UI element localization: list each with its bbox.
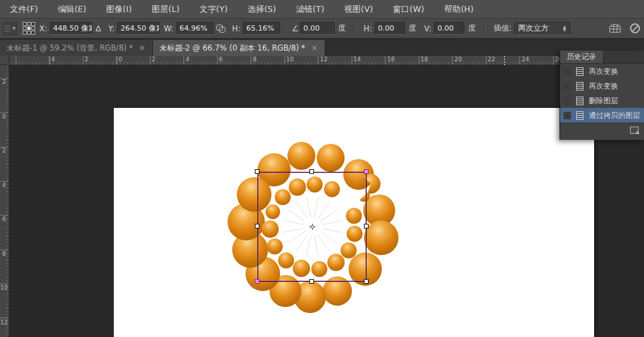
ruler-number: 8 [253, 57, 257, 63]
x-label: X: [39, 24, 47, 33]
reference-point-locator[interactable] [23, 22, 35, 35]
ref-dot[interactable] [23, 31, 27, 35]
stepper-arrows-icon: ▲▼ [563, 25, 566, 31]
ref-dot[interactable] [23, 27, 27, 31]
menu-item[interactable]: 文件(F) [0, 0, 48, 19]
rotation-input[interactable]: 0.00 [300, 22, 335, 35]
transform-handle[interactable] [255, 169, 259, 174]
v-skew-input[interactable]: 0.00 [434, 22, 464, 35]
history-panel-footer [560, 123, 644, 137]
interpolation-value: 两次立方 [518, 23, 558, 33]
ruler-number: 8 [0, 251, 8, 256]
ruler-number: 2 [0, 79, 8, 85]
ruler-number: 4 [0, 182, 8, 188]
ref-dot[interactable] [31, 27, 35, 31]
transform-handle[interactable] [309, 169, 314, 174]
menu-item[interactable]: 视图(V) [334, 0, 383, 19]
tool-preset-icon [4, 25, 11, 32]
ruler-number: 22 [488, 57, 495, 63]
menu-item[interactable]: 文字(Y) [190, 0, 238, 19]
width-label: W: [164, 24, 174, 33]
history-panel-tab[interactable]: 历史记录 [560, 51, 603, 63]
history-state-row[interactable]: 删除图层 [560, 93, 644, 108]
ruler-position-indicator [504, 56, 505, 65]
transform-handle[interactable] [255, 279, 259, 284]
y-position-input[interactable]: 264.50 像素 [117, 22, 160, 35]
menu-item[interactable]: 帮助(H) [434, 0, 484, 19]
history-list: 再次变换再次变换删除图层通过拷贝的图层 [560, 64, 644, 123]
ref-dot[interactable] [27, 31, 31, 35]
history-source-checkbox[interactable] [564, 97, 571, 105]
menu-item[interactable]: 选择(S) [238, 0, 286, 19]
ruler-number: 2 [0, 148, 8, 153]
h-skew-input[interactable]: 0.00 [375, 22, 405, 35]
warp-mode-toggle-icon[interactable] [609, 24, 621, 33]
ruler-number: 18 [420, 57, 428, 63]
history-state-row[interactable]: 再次变换 [560, 79, 644, 93]
horizontal-ruler[interactable]: 4202468101214161820222426 [9, 56, 644, 65]
ruler-number: 2 [152, 57, 156, 63]
ruler-corner[interactable] [0, 56, 9, 65]
h-skew-label: H: [364, 24, 373, 33]
cancel-transform-icon[interactable] [630, 23, 640, 33]
vertical-ruler[interactable]: 2024681012 [0, 65, 9, 337]
ref-dot[interactable] [31, 31, 35, 35]
v-skew-unit: 度 [468, 23, 476, 33]
history-state-row[interactable]: 通过拷贝的图层 [560, 108, 644, 123]
ruler-number: 4 [51, 57, 55, 63]
menu-item[interactable]: 图层(L) [142, 0, 190, 19]
ruler-number: 24 [522, 57, 529, 63]
transform-handle[interactable] [255, 224, 259, 228]
transform-handle[interactable] [364, 169, 369, 174]
ref-dot[interactable] [23, 22, 27, 26]
history-state-label: 再次变换 [589, 67, 618, 77]
ruler-number: 4 [186, 57, 190, 63]
separator [285, 21, 285, 36]
ruler-number: 16 [387, 57, 395, 63]
interpolation-label: 插值: [494, 23, 512, 33]
transform-options-bar: ▼ X: 448.50 像素 ∆ Y: 264.50 像素 W: 64.96% … [0, 19, 644, 39]
relative-positioning-toggle[interactable]: ∆ [94, 24, 103, 33]
document-tab[interactable]: 未标题-1 @ 59.2% (背景, RGB/8) *× [0, 40, 153, 56]
separator [355, 21, 355, 36]
transform-center-point[interactable] [309, 224, 315, 230]
outer-sphere [364, 220, 399, 255]
history-source-checkbox[interactable] [564, 112, 571, 119]
menu-item[interactable]: 滤镜(T) [286, 0, 334, 19]
tab-label: 未标题-1 @ 59.2% (背景, RGB/8) * [7, 43, 133, 53]
x-position-input[interactable]: 448.50 像素 [50, 22, 92, 35]
tool-preset-picker[interactable]: ▼ [3, 22, 17, 35]
menu-item[interactable]: 编辑(E) [48, 0, 96, 19]
tab-close-icon[interactable]: × [139, 43, 146, 53]
maintain-aspect-ratio-icon[interactable] [216, 25, 226, 33]
ruler-number: 12 [0, 320, 8, 325]
menu-item[interactable]: 图像(I) [96, 0, 142, 19]
history-state-icon [576, 67, 583, 76]
history-panel-header: 历史记录 [560, 51, 644, 64]
ruler-number: 12 [320, 57, 327, 63]
history-source-checkbox[interactable] [564, 83, 571, 90]
history-state-icon [576, 111, 583, 120]
interpolation-dropdown[interactable]: 两次立方 ▲▼ [514, 22, 570, 35]
transform-handle[interactable] [309, 279, 314, 284]
transform-handle[interactable] [364, 224, 369, 228]
menu-bar: 文件(F)编辑(E)图像(I)图层(L)文字(Y)选择(S)滤镜(T)视图(V)… [0, 0, 644, 19]
tab-close-icon[interactable]: × [311, 43, 318, 53]
ref-dot-center[interactable] [27, 27, 31, 31]
document-tab[interactable]: 未标题-2 @ 66.7% (0 副本 16, RGB/8) *× [153, 40, 325, 56]
document-canvas[interactable] [114, 108, 594, 337]
ref-dot[interactable] [27, 22, 31, 26]
rotation-unit: 度 [338, 23, 346, 33]
width-input[interactable]: 64.96% [176, 22, 214, 35]
ref-dot[interactable] [31, 22, 35, 26]
history-source-checkbox[interactable] [564, 68, 571, 75]
menu-item[interactable]: 窗口(W) [383, 0, 434, 19]
new-document-from-state-icon[interactable] [630, 127, 639, 134]
history-state-row[interactable]: 再次变换 [560, 64, 644, 79]
transform-handle[interactable] [364, 279, 369, 284]
ruler-number: 14 [353, 57, 361, 63]
history-state-label: 删除图层 [589, 96, 618, 106]
height-input[interactable]: 65.16% [243, 22, 280, 35]
workspace: 4202468101214161820222426 2024681012 [0, 56, 644, 337]
tab-label: 未标题-2 @ 66.7% (0 副本 16, RGB/8) * [160, 43, 305, 53]
